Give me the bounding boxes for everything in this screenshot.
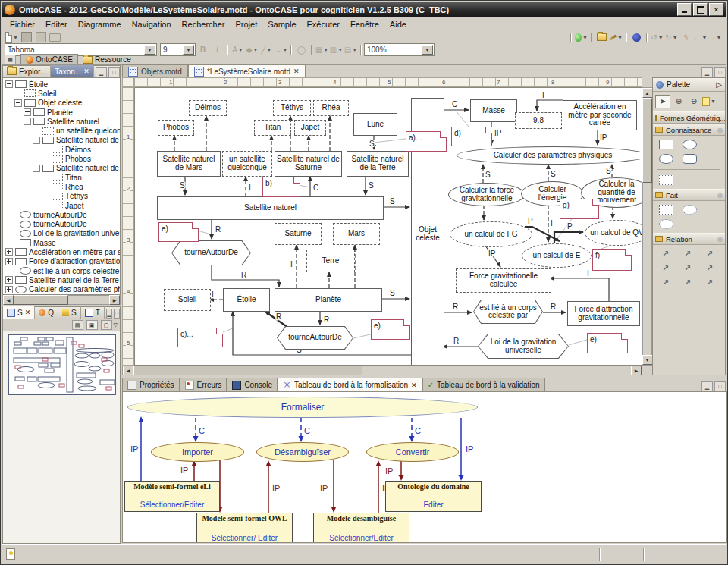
instance-node[interactable]: un satellite quelconque [222, 151, 272, 177]
fact-node[interactable]: un calcul de FG [450, 221, 532, 247]
expander-icon[interactable] [5, 286, 13, 293]
view-menu-icon[interactable]: ▽ [114, 322, 118, 328]
instance-node[interactable]: Mars [333, 223, 380, 245]
redo-icon[interactable]: ↻▼ [665, 32, 678, 42]
menu-aide[interactable]: Aide [384, 18, 412, 30]
menu-fenetre[interactable]: Fenêtre [345, 18, 384, 30]
outline-thumbnail[interactable] [8, 334, 116, 395]
scroll-down-icon[interactable]: ▼ [642, 355, 653, 365]
relation-n-tool-icon[interactable]: ↗ [703, 278, 716, 287]
expander-icon[interactable] [5, 276, 13, 284]
artifact-link[interactable]: Sélectionner/Editer [140, 501, 205, 509]
save-as-icon[interactable] [34, 32, 47, 42]
zoom-combo[interactable]: 100%▼ [364, 43, 435, 56]
expander-icon[interactable] [33, 137, 40, 144]
note-shape[interactable]: f) [592, 249, 632, 271]
tree-item[interactable]: Étoile [5, 80, 120, 89]
print-icon[interactable] [49, 32, 61, 42]
tab-q[interactable]: Q [35, 306, 58, 319]
formaliser-node[interactable]: Formaliser [127, 397, 478, 418]
relation-b-tool-icon[interactable]: ↗ [681, 278, 694, 287]
expander-icon[interactable] [5, 248, 13, 256]
brush-icon[interactable]: ▼ [610, 32, 623, 42]
tree-item[interactable]: Téthys [5, 192, 120, 201]
artifact-link[interactable]: Editer [423, 501, 443, 509]
activity-node[interactable]: Calculer la force gravitationnelle [448, 183, 526, 206]
instance-node[interactable]: Téthys [273, 100, 311, 116]
tab-proprietes[interactable]: Propriétés [122, 378, 180, 391]
note-shape[interactable]: e) [587, 333, 628, 353]
menu-editer[interactable]: Editer [40, 18, 73, 30]
minimize-editor-icon[interactable]: ▁ [701, 67, 713, 77]
instance-node[interactable]: Rhéa [313, 100, 349, 116]
concept-node[interactable]: Satellite naturel de Mars [157, 151, 221, 177]
relation-c-tool-icon[interactable]: ↗ [659, 249, 672, 259]
tree-item[interactable]: Soleil [5, 89, 120, 98]
explorer-hscrollbar[interactable]: ◀ ▶ [2, 295, 121, 305]
note-shape[interactable]: g) [560, 199, 599, 219]
tab-s2[interactable]: S [58, 306, 81, 319]
outline-mode2-icon[interactable]: ▣ [86, 320, 98, 330]
palette-section-formes[interactable]: Formes Géométriq... [653, 111, 725, 124]
minimize-view-icon[interactable]: ▁ [106, 309, 112, 319]
menu-projet[interactable]: Projet [230, 18, 262, 30]
tab-objets-motd[interactable]: Objets.motd [122, 64, 188, 77]
close-icon[interactable]: ✕ [411, 381, 417, 389]
convertir-node[interactable]: Convertir [366, 442, 459, 462]
maximize-view-icon[interactable]: □ [114, 309, 120, 319]
maximize-view-icon[interactable]: □ [108, 67, 120, 77]
close-icon[interactable]: ✕ [83, 67, 89, 75]
run-icon[interactable]: ▼ [575, 32, 588, 42]
fact-ellipse2-tool-icon[interactable] [659, 219, 673, 229]
tree-item[interactable]: Satellite naturel de la Terre [5, 275, 120, 284]
instance-node[interactable]: Phobos [158, 120, 194, 136]
instance-node[interactable]: Saturne [275, 223, 322, 245]
concept-node[interactable]: Satellite naturel de Saturne [275, 151, 342, 177]
diagram-canvas[interactable]: S S I C S S R R I S R R I S C IP I IP S … [134, 87, 642, 366]
maximize-view-icon[interactable]: □ [714, 381, 726, 391]
scroll-left-icon[interactable]: ◀ [123, 366, 133, 375]
expander-icon[interactable] [33, 165, 40, 172]
instance-node[interactable]: Déimos [189, 100, 227, 116]
note-tool-icon[interactable]: ▼ [702, 96, 716, 108]
relation-s-tool-icon[interactable]: ↗ [681, 249, 694, 259]
title-bar[interactable]: OntoCASE - 2012-GeCSO/Modèle/LeSystèmeSo… [2, 2, 726, 17]
scroll-right-icon[interactable]: ▶ [631, 366, 642, 375]
perspective-ontocase[interactable]: OntoCASE [20, 54, 78, 64]
menu-executer[interactable]: Exécuter [302, 18, 345, 30]
font-size-combo[interactable]: 9▼ [160, 43, 196, 56]
menu-sample[interactable]: Sample [262, 18, 301, 30]
concept-node[interactable]: Lune [353, 113, 397, 136]
rounded-concept-tool-icon[interactable] [682, 154, 697, 164]
menu-diagramme[interactable]: Diagramme [73, 18, 127, 30]
save-icon[interactable] [20, 32, 33, 42]
relation-node[interactable]: tourneAutourDe [171, 240, 251, 265]
tree-item[interactable]: Phobos [5, 154, 120, 163]
note-shape[interactable]: b) [262, 177, 300, 197]
artifact-link[interactable]: Sélectionner/ Editer [212, 534, 278, 542]
concept-node[interactable]: Planète [275, 288, 382, 312]
activity-tool-icon[interactable] [682, 140, 697, 149]
tab-taxonomy[interactable]: Taxon...✕ [51, 65, 94, 77]
tree-item[interactable]: Satellite naturel [5, 117, 120, 126]
tree-item[interactable]: est lié à un corps celestre par [5, 266, 120, 275]
tree-item[interactable]: Masse [5, 238, 120, 247]
open-folder-icon[interactable] [595, 32, 608, 42]
relation-ellipse-tool-icon[interactable] [659, 154, 673, 164]
note-shape[interactable]: a)... [406, 131, 447, 152]
select-tool-icon[interactable]: ➤ [655, 95, 670, 108]
relation-i-tool-icon[interactable]: ↗ [703, 249, 716, 259]
tree-item[interactable]: Force d'attraction gravitationnelle [5, 257, 120, 266]
line-color-icon[interactable]: ╱▼ [260, 44, 273, 55]
concept-node[interactable]: Satellite naturel [157, 196, 384, 220]
fact-node[interactable]: un calcul de QV [585, 220, 642, 246]
concept-node[interactable]: Satellite naturel de la Terre [347, 151, 409, 177]
arrow-style-icon[interactable]: →▼ [275, 44, 287, 55]
instance-node[interactable]: Titan [254, 120, 291, 136]
fact-node[interactable]: un calcul de E [522, 243, 592, 268]
instance-node[interactable]: Terre [306, 250, 355, 272]
font-color-icon[interactable]: A▼ [231, 44, 244, 55]
note-shape[interactable]: e) [158, 222, 199, 242]
palette-section-fait[interactable]: Fait◎ [653, 189, 725, 201]
palette-header[interactable]: Palette▷ [653, 78, 725, 92]
